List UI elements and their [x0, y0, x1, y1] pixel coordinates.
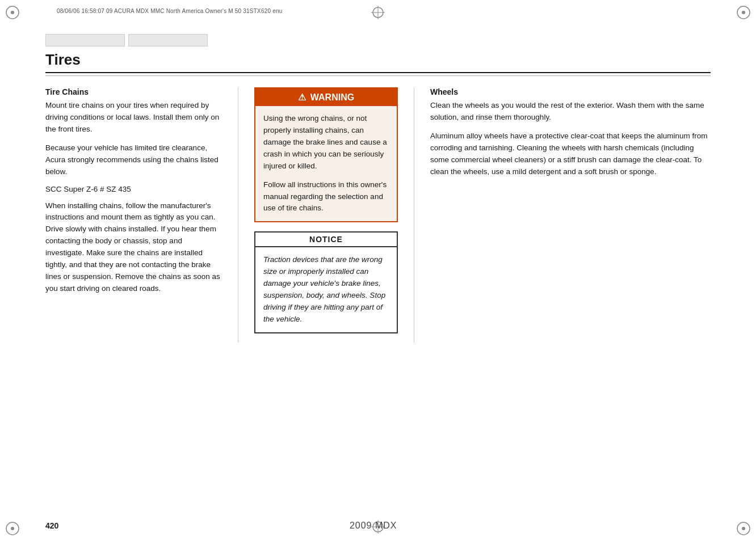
title-divider [45, 75, 711, 76]
right-column: Wheels Clean the wheels as you would the… [414, 87, 711, 343]
page-number: 420 [45, 521, 58, 530]
main-columns: Tire Chains Mount tire chains on your ti… [45, 87, 711, 343]
nav-tab-2[interactable] [128, 34, 208, 47]
page-footer: 420 2009 MDX [45, 521, 711, 531]
notice-body: Traction devices that are the wrong size… [255, 247, 397, 332]
warning-header: ⚠ WARNING [255, 88, 397, 106]
middle-column: ⚠ WARNING Using the wrong chains, or not… [238, 87, 414, 343]
warning-text1: Using the wrong chains, or not properly … [263, 113, 389, 172]
print-metadata: 08/06/06 16:58:07 09 ACURA MDX MMC North… [57, 8, 282, 14]
svg-point-5 [11, 527, 14, 530]
page-title: Tires [45, 51, 711, 73]
corner-mark-tr [736, 5, 751, 20]
wheels-heading: Wheels [430, 87, 711, 96]
model-name: 2009 MDX [350, 521, 397, 531]
nav-tabs [45, 34, 711, 47]
svg-point-1 [11, 11, 14, 14]
notice-header: NOTICE [255, 233, 397, 247]
left-column: Tire Chains Mount tire chains on your ti… [45, 87, 238, 343]
wheels-para1: Clean the wheels as you would the rest o… [430, 100, 711, 124]
page-content: Tires Tire Chains Mount tire chains on y… [45, 34, 711, 507]
svg-point-3 [742, 11, 745, 14]
wheels-para2: Aluminum alloy wheels have a protective … [430, 130, 711, 178]
corner-mark-bl [5, 521, 20, 536]
tire-chains-para2: Because your vehicle has limited tire cl… [45, 142, 222, 178]
warning-title: WARNING [310, 92, 354, 103]
corner-mark-br [736, 521, 751, 536]
scc-code: SCC Super Z-6 # SZ 435 [45, 185, 222, 193]
warning-body: Using the wrong chains, or not properly … [255, 106, 397, 221]
center-top-mark [371, 6, 385, 21]
tire-chains-para3: When installing chains, follow the manuf… [45, 200, 222, 295]
warning-triangle-icon: ⚠ [298, 92, 306, 103]
corner-mark-tl [5, 5, 20, 20]
notice-box: NOTICE Traction devices that are the wro… [254, 231, 398, 333]
nav-tab-1[interactable] [45, 34, 125, 47]
warning-box: ⚠ WARNING Using the wrong chains, or not… [254, 87, 398, 222]
warning-text2: Follow all instructions in this owner's … [263, 179, 389, 215]
tire-chains-para1: Mount tire chains on your tires when req… [45, 100, 222, 136]
svg-point-7 [742, 527, 745, 530]
tire-chains-heading: Tire Chains [45, 87, 222, 96]
